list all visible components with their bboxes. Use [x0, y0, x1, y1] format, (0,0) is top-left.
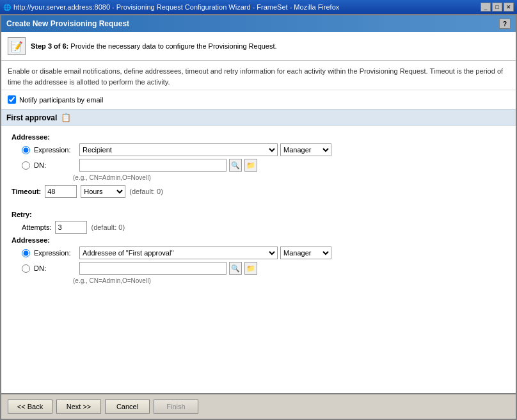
dn-radio-row: DN: 🔍 📁 [22, 159, 505, 172]
retry-expression-radio-row: Expression: Addressee of "First approval… [22, 246, 505, 259]
timeout-default: (default: 0) [129, 188, 163, 195]
retry-search-icon-btn[interactable]: 🔍 [229, 262, 242, 275]
content-area: 📝 Step 3 of 6: Provide the necessary dat… [1, 32, 516, 393]
addressee-section: Addressee: Expression: Recipient Manager [1, 131, 516, 208]
expression-radio[interactable] [22, 146, 30, 154]
retry-addressee-label: Addressee: [12, 236, 505, 244]
expression-radio-row: Expression: Recipient Manager Manager Us… [22, 143, 505, 156]
timeout-unit-select[interactable]: Hours Minutes Days [81, 185, 125, 198]
notify-label: Notify participants by email [19, 96, 103, 104]
timeout-row: Timeout: Hours Minutes Days (default: 0) [12, 185, 505, 198]
retry-section: Retry: Attempts: (default: 0) Addressee:… [1, 208, 516, 293]
title-bar-text: http://your.server.address:8080 - Provis… [13, 3, 339, 11]
step-header: 📝 Step 3 of 6: Provide the necessary dat… [1, 32, 516, 61]
header-bar: Create New Provisioning Request ? [1, 15, 516, 32]
cancel-button[interactable]: Cancel [105, 400, 150, 414]
attempts-input[interactable] [55, 221, 87, 234]
back-button[interactable]: << Back [8, 400, 52, 414]
retry-addressee-block: Expression: Addressee of "First approval… [12, 246, 505, 284]
timeout-label: Timeout: [12, 188, 41, 195]
maximize-button[interactable]: □ [492, 3, 502, 12]
notify-checkbox[interactable] [8, 95, 16, 104]
expression-radio-label: Expression: [34, 146, 76, 154]
title-bar: 🌐 http://your.server.address:8080 - Prov… [0, 0, 517, 14]
retry-label: Retry: [12, 211, 505, 218]
step-text: Step 3 of 6: Provide the necessary data … [31, 42, 277, 50]
search-icon-btn[interactable]: 🔍 [229, 159, 242, 172]
attempts-label: Attempts: [22, 223, 51, 231]
retry-dn-label: DN: [34, 264, 76, 272]
retry-manager-select[interactable]: Manager User [280, 246, 331, 259]
title-bar-left: 🌐 http://your.server.address:8080 - Prov… [3, 3, 339, 11]
expression-field-row: Recipient Manager Manager User [79, 143, 331, 156]
notify-checkbox-row: Notify participants by email [8, 95, 509, 104]
retry-dn-field-row: 🔍 📁 [79, 262, 257, 275]
section-edit-icon[interactable]: 📋 [61, 113, 71, 122]
browse-icon-btn[interactable]: 📁 [244, 159, 257, 172]
retry-dn-radio[interactable] [22, 264, 30, 273]
finish-button[interactable]: Finish [154, 400, 198, 414]
dn-input[interactable] [79, 159, 227, 172]
retry-dn-radio-row: DN: 🔍 📁 [22, 262, 505, 275]
section-title: First approval [6, 113, 57, 122]
addressee-label: Addressee: [12, 133, 505, 141]
dn-radio-label: DN: [34, 161, 76, 169]
browser-icon: 🌐 [3, 4, 11, 11]
footer: << Back Next >> Cancel Finish [1, 393, 516, 419]
retry-expression-label: Expression: [34, 249, 76, 257]
attempts-row: Attempts: (default: 0) [12, 221, 505, 234]
retry-browse-icon-btn[interactable]: 📁 [244, 262, 257, 275]
dn-radio[interactable] [22, 161, 30, 170]
next-button[interactable]: Next >> [56, 400, 101, 414]
help-button[interactable]: ? [499, 19, 511, 29]
expression-select[interactable]: Recipient Manager [79, 143, 278, 156]
retry-expression-field-row: Addressee of "First approval" Recipient … [79, 246, 331, 259]
close-button[interactable]: ✕ [504, 3, 514, 12]
dn-hint: (e.g., CN=Admin,O=Novell) [22, 174, 505, 181]
window-controls[interactable]: _ □ ✕ [481, 3, 514, 12]
retry-dn-input[interactable] [79, 262, 227, 275]
section-first-approval: First approval 📋 [1, 109, 516, 125]
timeout-input[interactable] [45, 185, 77, 198]
attempts-default: (default: 0) [91, 223, 125, 231]
retry-dn-hint: (e.g., CN=Admin,O=Novell) [22, 277, 505, 284]
form-scroll[interactable]: First approval 📋 Addressee: Expression: … [1, 109, 516, 393]
dn-field-row: 🔍 📁 [79, 159, 257, 172]
step-number: Step 3 of 6: [31, 42, 68, 50]
manager-select[interactable]: Manager User [280, 143, 331, 156]
minimize-button[interactable]: _ [481, 3, 491, 12]
step-description: Provide the necessary data to configure … [70, 42, 276, 50]
main-window: Create New Provisioning Request ? 📝 Step… [0, 14, 517, 420]
step-icon: 📝 [8, 37, 26, 55]
addressee-block: Expression: Recipient Manager Manager Us… [12, 143, 505, 181]
notify-checkbox-area: Notify participants by email [1, 90, 516, 109]
header-title: Create New Provisioning Request [6, 19, 129, 28]
retry-expression-select[interactable]: Addressee of "First approval" Recipient … [79, 246, 278, 259]
retry-expression-radio[interactable] [22, 249, 30, 257]
body-description: Enable or disable email notifications, d… [1, 61, 516, 90]
